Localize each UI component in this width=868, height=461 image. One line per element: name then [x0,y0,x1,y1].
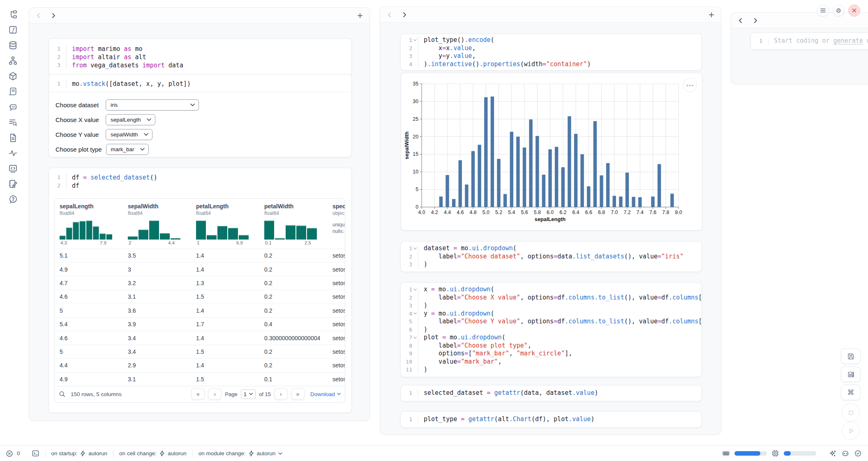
code-text[interactable]: y=y.value, [418,52,702,60]
last-page-button[interactable]: » [291,388,305,400]
table-cell: setos [328,307,345,314]
error-counter[interactable]: 0 [6,450,26,457]
column-header-speci[interactable]: speciobjecuniqunulls: [328,203,345,249]
packages-icon[interactable] [7,71,18,81]
chart-menu-icon[interactable]: ••• [683,78,697,92]
dataset-select[interactable]: iris [106,99,199,111]
column-header-sepalWidth[interactable]: sepalWidthfloat6424.4 [123,203,191,249]
code-text[interactable]: import marimo as mo [66,45,351,53]
plot-type-select[interactable]: mark_bar [106,144,149,155]
code-text[interactable]: value="mark_bar", [418,358,702,366]
code-text[interactable]: plot_type().encode( [418,36,702,44]
cell-selected-dataset[interactable]: 1selected_dataset = getattr(data, datase… [400,385,702,401]
scratchpad-icon[interactable] [7,179,18,189]
runtime-config-2[interactable]: on module change:autorun [193,450,289,456]
code-text[interactable]: label="Choose X value", options=df.colum… [418,294,702,302]
code-text[interactable]: ) [418,326,702,334]
prev-page-button[interactable]: ‹ [208,388,222,400]
tracing-icon[interactable] [7,148,18,159]
runtime-config-0[interactable]: on startup:autorun [46,450,113,456]
fold-chevron-icon[interactable] [412,36,418,44]
column-next-icon[interactable] [51,13,56,18]
outline-icon[interactable] [7,9,18,20]
fold-chevron-icon[interactable] [412,244,418,253]
code-text[interactable]: import altair as alt [66,53,351,61]
cell-empty[interactable]: 1 Start coding or generate with AI [750,32,868,50]
code-text[interactable]: x=x.value, [418,44,702,53]
fold-chevron-icon[interactable] [412,310,418,318]
save-button[interactable] [841,348,861,364]
code-text[interactable]: dataset = mo.ui.dropdown( [418,244,702,253]
code-text[interactable]: plot = mo.ui.dropdown( [418,334,702,342]
code-text[interactable]: df [66,182,351,190]
bar-chart[interactable]: 4.04.24.44.64.85.05.25.45.65.86.06.26.46… [401,73,703,231]
functions-icon[interactable]: ƒ [7,25,18,35]
code-text[interactable]: label="Choose Y value", options=df.colum… [418,318,702,326]
code-text[interactable]: options=["mark_bar", "mark_circle"], [418,350,702,358]
fold-chevron-icon[interactable] [412,334,418,342]
layout-button[interactable] [841,366,861,382]
first-page-button[interactable]: « [191,388,205,400]
add-cell-icon[interactable]: + [357,11,363,21]
column-header-petalLength[interactable]: petalLengthfloat6416.9 [191,203,259,249]
dataset-label: Choose dataset [55,101,102,108]
data-sources-icon[interactable] [7,40,18,51]
settings-gear-icon[interactable]: ⚙ [833,5,845,16]
code-text[interactable]: plot_type = getattr(alt.Chart(df), plot.… [418,415,702,424]
download-button[interactable]: Download [310,391,341,397]
code-text[interactable]: from vega_datasets import data [66,61,351,69]
connection-status-icon[interactable] [854,449,862,457]
run-button[interactable] [842,422,860,440]
code-text[interactable]: ) [418,366,702,374]
code-embed-icon[interactable] [7,163,18,174]
column-prev-icon[interactable] [387,12,392,18]
documentation-icon[interactable] [7,86,18,97]
fold-chevron-icon[interactable] [412,286,418,294]
code-text[interactable]: ).interactive().properties(width="contai… [418,60,702,69]
column-prev-icon[interactable] [36,13,42,18]
help-icon[interactable] [7,194,18,205]
code-text[interactable]: label="Choose dataset", options=data.lis… [418,253,702,261]
cell-xy-plot-dropdowns[interactable]: 1x = mo.ui.dropdown(2 label="Choose X va… [400,282,702,377]
svg-text:6.2: 6.2 [559,210,566,215]
snippets-icon[interactable] [7,132,18,143]
page-select[interactable]: 1 [241,390,256,399]
code-line: 2 label="Choose dataset", options=data.l… [401,253,702,261]
code-text[interactable]: mo.vstack([dataset, x, y, plot]) [66,80,351,88]
runtime-config-1[interactable]: on cell change:autorun [113,450,192,456]
stop-button[interactable] [842,403,860,422]
code-text[interactable]: y = mo.ui.dropdown( [418,310,702,318]
code-text[interactable]: ) [418,260,702,269]
column-prev-icon[interactable] [738,18,743,23]
ai-chat-icon[interactable] [7,101,18,112]
column-next-icon[interactable] [402,12,407,18]
next-page-button[interactable]: › [274,388,288,400]
logs-icon[interactable] [7,117,18,128]
code-text[interactable]: selected_dataset = getattr(data, dataset… [418,389,702,397]
cell-plot-type[interactable]: 1plot_type = getattr(alt.Chart(df), plot… [400,411,702,428]
search-icon[interactable] [59,391,66,398]
column-header-sepalLength[interactable]: sepalLengthfloat644.37.9 [55,203,123,249]
add-cell-icon[interactable]: + [709,10,714,20]
ai-assist-icon[interactable] [829,449,837,458]
shutdown-icon[interactable] [848,5,860,16]
command-palette-button[interactable]: ⌘ [841,385,861,400]
cell-dataset-dropdown[interactable]: 1dataset = mo.ui.dropdown(2 label="Choos… [400,241,702,272]
menu-icon[interactable] [817,5,829,16]
cell-vstack[interactable]: 1mo.vstack([dataset, x, y, plot]) Choose… [48,74,352,157]
generate-link[interactable]: generate [833,37,863,44]
terminal-button[interactable] [26,449,45,457]
code-text[interactable]: ) [418,302,702,310]
dependencies-icon[interactable] [7,55,18,66]
copilot-icon[interactable] [841,449,850,458]
column-header-petalWidth[interactable]: petalWidthfloat640.12.5 [259,203,328,249]
code-text[interactable]: x = mo.ui.dropdown( [418,286,702,294]
x-value-select[interactable]: sepalLength [106,114,155,125]
column-next-icon[interactable] [753,18,758,23]
cell-imports[interactable]: 1import marimo as mo2import altair as al… [48,38,352,76]
code-text[interactable]: df = selected_dataset() [66,173,351,182]
y-value-select[interactable]: sepalWidth [106,129,152,140]
cell-plot[interactable]: 1plot_type().encode(2 x=x.value,3 y=y.va… [400,34,702,71]
cell-dataframe[interactable]: 1df = selected_dataset()2df sepalLengthf… [48,168,352,413]
code-text[interactable]: label="Choose plot type", [418,342,702,350]
